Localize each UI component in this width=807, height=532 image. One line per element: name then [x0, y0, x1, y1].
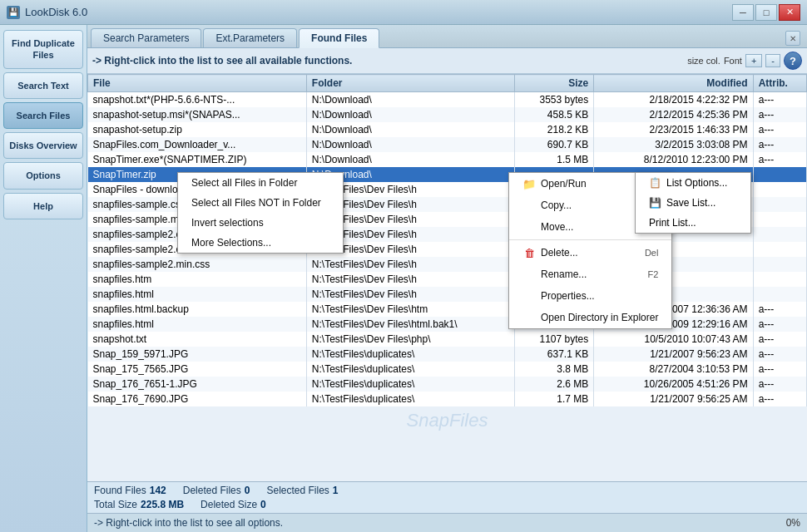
cell-size: 1.7 MB [514, 392, 593, 406]
font-label: Font [724, 56, 742, 66]
cell-folder: N:\Download\ [306, 122, 514, 137]
deleted-files-label: Deleted Files [183, 485, 241, 496]
ctx-list-options[interactable]: 📋 List Options... [636, 173, 750, 193]
cell-modified: 10/5/2010 10:07:43 AM [594, 332, 753, 347]
sidebar-item-search-files[interactable]: Search Files [3, 102, 83, 129]
rename-icon [522, 268, 536, 281]
table-row[interactable]: Snap_159_5971.JPGN:\TestFiles\duplicates… [88, 347, 807, 362]
cell-attrib: a--- [753, 137, 806, 152]
table-row[interactable]: snapfiles-sample2.min.cssN:\TestFiles\De… [88, 257, 807, 272]
list-options-icon: 📋 [649, 177, 661, 189]
cell-folder: N:\Download\ [306, 92, 514, 108]
tab-ext-parameters[interactable]: Ext.Parameters [203, 28, 297, 47]
maximize-button[interactable]: □ [755, 4, 777, 21]
cell-folder: N:\TestFiles\Dev Files\h [306, 272, 514, 287]
ctx-select-not-in-folder[interactable]: Select all Files NOT in Folder [178, 193, 343, 213]
content-area: Search Parameters Ext.Parameters Found F… [87, 25, 807, 532]
table-row[interactable]: Snap_176_7690.JPGN:\TestFiles\duplicates… [88, 392, 807, 406]
titlebar-buttons: ─ □ ✕ [732, 4, 800, 21]
ctx-properties[interactable]: Properties... [509, 285, 671, 307]
ctx-invert-selections[interactable]: Invert selections [178, 213, 343, 233]
cell-size: 458.5 KB [514, 107, 593, 122]
cell-folder: N:\TestFiles\duplicates\ [306, 392, 514, 406]
cell-file: Snap_176_7651-1.JPG [88, 377, 307, 392]
tab-found-files[interactable]: Found Files [299, 28, 379, 48]
table-row[interactable]: SnapFiles.com_Downloader_v...N:\Download… [88, 137, 807, 152]
cell-file: snapashot-setup.zip [88, 122, 307, 137]
deleted-size-value: 0 [260, 499, 266, 510]
tab-bar: Search Parameters Ext.Parameters Found F… [87, 25, 807, 48]
cell-file: snapfiles.htm [88, 272, 307, 287]
help-button[interactable]: ? [784, 52, 802, 70]
table-row[interactable]: SnapTimer.exe*(SNAPTIMER.ZIP)N:\Download… [88, 152, 807, 167]
context-list-menu: 📋 List Options... 💾 Save List... Print L… [635, 172, 751, 234]
table-row[interactable]: snapfiles.htmlN:\TestFiles\Dev Files\htm… [88, 317, 807, 332]
sidebar-item-disks-overview[interactable]: Disks Overview [3, 132, 83, 159]
open-run-icon: 📁 [522, 177, 536, 190]
table-row[interactable]: Snap_175_7565.JPGN:\TestFiles\duplicates… [88, 362, 807, 377]
cell-file: snapfiles-sample2.min.css [88, 257, 307, 272]
table-row[interactable]: snapfiles.htmN:\TestFiles\Dev Files\h [88, 272, 807, 287]
table-row[interactable]: Snap_176_7651-1.JPGN:\TestFiles\duplicat… [88, 377, 807, 392]
ctx-print-list-label: Print List... [649, 217, 696, 229]
ctx-more-selections[interactable]: More Selections... [178, 233, 343, 253]
save-list-icon: 💾 [649, 197, 661, 209]
cell-file: snapfiles.html.backup [88, 302, 307, 317]
table-row[interactable]: snapashot-setup.zipN:\Download\218.2 KB2… [88, 122, 807, 137]
sidebar-item-search-text[interactable]: Search Text [3, 72, 83, 99]
cell-modified: 8/27/2004 3:10:53 PM [594, 362, 753, 377]
sidebar-item-find-duplicate[interactable]: Find Duplicate Files [3, 30, 83, 69]
table-row[interactable]: snapshot.txt*(PHP-5.6.6-NTS-...N:\Downlo… [88, 92, 807, 108]
cell-size: 1.5 MB [514, 152, 593, 167]
cell-attrib [753, 287, 806, 302]
total-size-label: Total Size [94, 499, 137, 510]
ctx-select-all-in-folder[interactable]: Select all Files in Folder [178, 173, 343, 193]
cell-attrib [753, 182, 806, 197]
ctx-list-options-label: List Options... [666, 177, 727, 189]
font-plus-button[interactable]: + [745, 54, 762, 67]
ctx-rename-shortcut: F2 [648, 269, 659, 279]
file-list-scroll[interactable]: File Folder Size Modified Attrib. snapsh… [87, 74, 807, 442]
minimize-button[interactable]: ─ [732, 4, 754, 21]
cell-modified: 1/21/2007 9:56:23 AM [594, 347, 753, 362]
cell-modified: 2/12/2015 4:25:36 PM [594, 107, 753, 122]
main-layout: Find Duplicate Files Search Text Search … [0, 25, 807, 532]
ctx-delete[interactable]: 🗑 Delete... Del [509, 242, 671, 264]
cell-size: 2.6 MB [514, 377, 593, 392]
tab-close-button[interactable]: ✕ [785, 31, 800, 46]
status-selected-files: Selected Files 1 [266, 485, 338, 496]
cell-attrib [753, 272, 806, 287]
cell-file: snapfiles.html [88, 317, 307, 332]
cell-file: Snap_176_7690.JPG [88, 392, 307, 406]
table-row[interactable]: snapshot.txtN:\TestFiles\Dev Files\php\1… [88, 332, 807, 347]
cell-modified: 2/18/2015 4:22:32 PM [594, 92, 753, 108]
ctx-open-directory[interactable]: Open Directory in Explorer [509, 307, 671, 328]
ctx-save-list[interactable]: 💾 Save List... [636, 193, 750, 213]
cell-folder: N:\TestFiles\Dev Files\h [306, 287, 514, 302]
cell-modified: 10/26/2005 4:51:26 PM [594, 377, 753, 392]
sidebar-item-help[interactable]: Help [3, 193, 83, 219]
deleted-files-value: 0 [245, 485, 250, 496]
cell-modified: 8/12/2010 12:23:00 PM [594, 152, 753, 167]
cell-size: 3.8 MB [514, 362, 593, 377]
tab-search-parameters[interactable]: Search Parameters [91, 28, 201, 47]
ctx-rename[interactable]: Rename... F2 [509, 264, 671, 285]
cell-attrib [753, 212, 806, 227]
ctx-print-list[interactable]: Print List... [636, 213, 750, 233]
size-col-label: size col. [687, 56, 720, 66]
ctx-rename-label: Rename... [541, 268, 587, 280]
sidebar: Find Duplicate Files Search Text Search … [0, 25, 87, 532]
sidebar-item-options[interactable]: Options [3, 162, 83, 189]
cell-attrib: a--- [753, 107, 806, 122]
progress-indicator: 0% [734, 517, 800, 529]
cell-file: snapshot.txt*(PHP-5.6.6-NTS-... [88, 92, 307, 108]
table-row[interactable]: snapashot-setup.msi*(SNAPAS...N:\Downloa… [88, 107, 807, 122]
table-row[interactable]: snapfiles.htmlN:\TestFiles\Dev Files\h [88, 287, 807, 302]
font-minus-button[interactable]: - [765, 54, 780, 67]
ctx-open-run-label: Open/Run [541, 178, 587, 190]
table-row[interactable]: snapfiles.html.backupN:\TestFiles\Dev Fi… [88, 302, 807, 317]
properties-icon [522, 289, 536, 303]
close-button[interactable]: ✕ [779, 4, 800, 21]
cell-folder: N:\Download\ [306, 137, 514, 152]
ctx-sep-1 [509, 239, 671, 240]
